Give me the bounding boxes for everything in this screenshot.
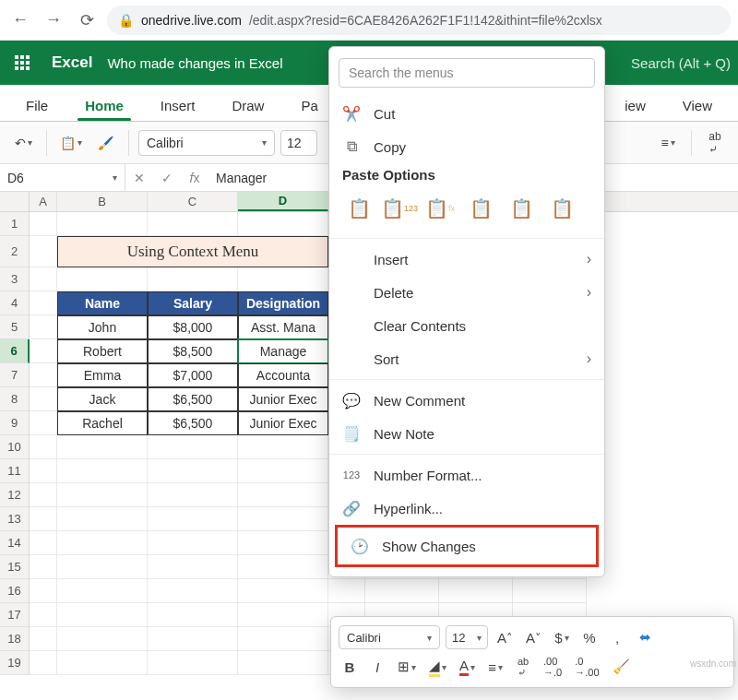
paste-formulas-icon[interactable]: 📋fx bbox=[423, 192, 457, 225]
currency-icon[interactable]: $▾ bbox=[551, 625, 573, 649]
increase-font-icon[interactable]: A˄ bbox=[494, 625, 517, 649]
cell[interactable] bbox=[238, 212, 328, 236]
font-size-select[interactable]: 12 bbox=[280, 130, 317, 156]
cell[interactable] bbox=[148, 531, 238, 555]
menu-hyperlink[interactable]: 🔗Hyperlink... bbox=[329, 492, 604, 525]
row-header[interactable]: 2 bbox=[0, 236, 30, 267]
cell[interactable] bbox=[148, 555, 238, 579]
font-color-button[interactable]: A▾ bbox=[456, 655, 479, 679]
fx-accept-icon[interactable]: ✓ bbox=[153, 171, 181, 185]
cell[interactable]: Designation bbox=[238, 291, 328, 315]
row-header[interactable]: 17 bbox=[0, 603, 30, 627]
cell[interactable] bbox=[238, 579, 328, 603]
cell[interactable] bbox=[57, 459, 148, 483]
cell[interactable] bbox=[238, 651, 328, 675]
cell[interactable]: Robert bbox=[57, 339, 148, 363]
cell[interactable] bbox=[57, 483, 148, 507]
paste-formatting-icon[interactable]: 📋 bbox=[505, 192, 538, 225]
cell[interactable] bbox=[30, 267, 57, 291]
cell[interactable] bbox=[148, 627, 238, 651]
cell[interactable] bbox=[30, 627, 57, 651]
clear-format-button[interactable]: 🧹 bbox=[609, 655, 634, 679]
cell[interactable] bbox=[238, 459, 328, 483]
cell[interactable] bbox=[148, 651, 238, 675]
cell[interactable] bbox=[238, 603, 328, 627]
italic-button[interactable]: I bbox=[366, 655, 388, 679]
cell[interactable] bbox=[30, 507, 57, 531]
cell[interactable] bbox=[148, 267, 238, 291]
cell[interactable] bbox=[30, 339, 57, 363]
fx-icon[interactable]: fx bbox=[181, 171, 208, 185]
menu-search-input[interactable]: Search the menus bbox=[339, 58, 595, 88]
merge-icon[interactable]: ⬌ bbox=[634, 625, 656, 649]
cell[interactable] bbox=[30, 387, 57, 411]
cell[interactable]: Using Context Menu bbox=[57, 236, 328, 267]
cell[interactable] bbox=[30, 236, 57, 267]
cell[interactable] bbox=[57, 603, 148, 627]
tab-draw[interactable]: Draw bbox=[213, 90, 282, 121]
cell[interactable] bbox=[328, 579, 365, 603]
menu-sort[interactable]: Sort› bbox=[329, 342, 604, 375]
col-header[interactable]: B bbox=[57, 192, 148, 211]
percent-icon[interactable]: % bbox=[578, 625, 601, 649]
menu-cut[interactable]: ✂️Cut bbox=[329, 97, 604, 130]
borders-button[interactable]: ⊞▾ bbox=[394, 655, 420, 679]
cell[interactable] bbox=[30, 531, 57, 555]
menu-show-changes[interactable]: 🕑Show Changes bbox=[338, 528, 596, 564]
row-header[interactable]: 12 bbox=[0, 483, 30, 507]
cell[interactable] bbox=[238, 555, 328, 579]
cell[interactable] bbox=[57, 435, 148, 459]
bold-button[interactable]: B bbox=[339, 655, 361, 679]
cell[interactable] bbox=[238, 435, 328, 459]
app-launcher-icon[interactable] bbox=[7, 48, 37, 77]
menu-new-comment[interactable]: 💬New Comment bbox=[329, 384, 604, 417]
row-header[interactable]: 8 bbox=[0, 387, 30, 411]
tab-insert[interactable]: Insert bbox=[142, 90, 214, 121]
cell[interactable]: Rachel bbox=[57, 411, 148, 435]
row-header[interactable]: 14 bbox=[0, 531, 30, 555]
row-header[interactable]: 18 bbox=[0, 627, 30, 651]
back-button[interactable]: ← bbox=[7, 7, 33, 33]
row-header[interactable]: 6 bbox=[0, 339, 30, 363]
menu-delete[interactable]: Delete› bbox=[329, 276, 604, 309]
wrap-text-button[interactable]: ab⤶ bbox=[512, 655, 534, 679]
document-title[interactable]: Who made changes in Excel bbox=[107, 55, 282, 71]
col-header[interactable]: A bbox=[30, 192, 57, 211]
fx-cancel-icon[interactable]: ✕ bbox=[125, 171, 153, 185]
cell[interactable] bbox=[30, 291, 57, 315]
increase-decimal-button[interactable]: .0→.00 bbox=[571, 655, 602, 679]
select-all-corner[interactable] bbox=[0, 192, 30, 211]
cell[interactable] bbox=[57, 212, 148, 236]
name-box[interactable]: D6▾ bbox=[0, 164, 125, 191]
cell[interactable] bbox=[238, 531, 328, 555]
menu-clear-contents[interactable]: Clear Contents bbox=[329, 309, 604, 342]
cell[interactable] bbox=[30, 315, 57, 339]
cell[interactable]: $8,000 bbox=[148, 315, 238, 339]
cell[interactable] bbox=[148, 579, 238, 603]
cell[interactable] bbox=[30, 363, 57, 387]
row-header[interactable]: 7 bbox=[0, 363, 30, 387]
col-header[interactable]: D bbox=[238, 192, 328, 211]
cell[interactable]: Junior Exec bbox=[238, 387, 328, 411]
cell[interactable] bbox=[30, 483, 57, 507]
cell[interactable] bbox=[57, 627, 148, 651]
tab-review[interactable]: iew bbox=[621, 90, 664, 121]
mini-font-select[interactable]: Calibri▾ bbox=[339, 625, 440, 649]
cell[interactable]: Name bbox=[57, 291, 148, 315]
cell[interactable]: $6,500 bbox=[148, 387, 238, 411]
row-header[interactable]: 4 bbox=[0, 291, 30, 315]
cell[interactable]: Jack bbox=[57, 387, 148, 411]
cell[interactable]: Accounta bbox=[238, 363, 328, 387]
cell[interactable] bbox=[148, 212, 238, 236]
cell[interactable]: $8,500 bbox=[148, 339, 238, 363]
cell[interactable] bbox=[57, 555, 148, 579]
align-button[interactable]: ≡▾ bbox=[654, 129, 682, 157]
row-header[interactable]: 3 bbox=[0, 267, 30, 291]
paste-transpose-icon[interactable]: 📋 bbox=[464, 192, 497, 225]
tab-home[interactable]: Home bbox=[66, 90, 142, 121]
cell[interactable] bbox=[57, 267, 148, 291]
menu-new-note[interactable]: 🗒️New Note bbox=[329, 417, 604, 450]
cell[interactable]: Asst. Mana bbox=[238, 315, 328, 339]
cell[interactable] bbox=[57, 531, 148, 555]
cell[interactable] bbox=[57, 507, 148, 531]
